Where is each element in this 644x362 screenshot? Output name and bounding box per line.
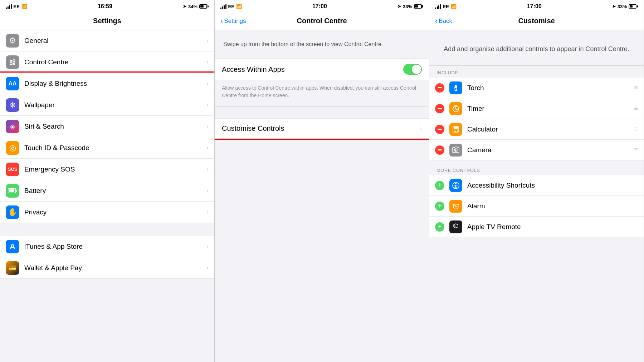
status-bar-3: EE 📶 17:00 ➤ 33% (429, 0, 644, 13)
control-row-camera[interactable]: Camera ≡ (429, 140, 644, 160)
camera-drag-handle[interactable]: ≡ (634, 146, 638, 154)
emergency-chevron: › (206, 165, 209, 173)
timer-label: Timer (467, 105, 631, 113)
wallet-icon-wrap: 💳 (6, 261, 19, 275)
alarm-add-button[interactable]: + (435, 202, 444, 211)
settings-row-control-centre[interactable]: Control Centre › (0, 51, 214, 73)
settings-nav: Settings (0, 13, 214, 30)
control-centre-icon-wrap (6, 55, 19, 69)
torch-remove-button[interactable] (435, 83, 444, 93)
customise-back-label: Back (439, 18, 452, 25)
emergency-icon-wrap: SOS (6, 163, 19, 176)
control-row-accessibility[interactable]: + Accessibility Shortcuts (429, 175, 644, 196)
status-left-3: EE 📶 (435, 4, 457, 9)
access-within-apps-toggle[interactable] (403, 64, 422, 75)
status-left-1: EE 📶 (6, 4, 27, 9)
settings-section-main: ⚙ General › Control Centre › (0, 30, 214, 223)
carrier-2: EE (228, 4, 234, 9)
battery-chevron: › (206, 187, 209, 194)
svg-point-17 (455, 131, 456, 132)
signal-bars-3 (435, 4, 441, 9)
customise-back-button[interactable]: ‹ Back (435, 17, 452, 25)
toggle-knob (412, 65, 421, 74)
settings-row-touchid[interactable]: ◎ Touch ID & Passcode › (0, 137, 214, 159)
svg-point-2 (10, 63, 12, 65)
control-row-calculator[interactable]: Calculator ≡ (429, 119, 644, 140)
torch-drag-handle[interactable]: ≡ (634, 84, 638, 91)
timer-remove-button[interactable] (435, 104, 444, 113)
status-bar-2: EE 📶 17:00 ➤ 33% (215, 0, 429, 13)
battery-icon-1 (199, 4, 209, 9)
alarm-label: Alarm (467, 202, 638, 210)
accessibility-add-button[interactable]: + (435, 181, 444, 190)
customise-panel: EE 📶 17:00 ➤ 33% ‹ Back Customise Add an… (429, 0, 644, 362)
customise-back-chevron: ‹ (435, 17, 438, 25)
wifi-icon-2: 📶 (236, 4, 242, 9)
wallet-icon: 💳 (9, 264, 16, 272)
torch-label: Torch (467, 84, 631, 92)
status-left-2: EE 📶 (220, 4, 242, 9)
cc-info-text: Swipe up from the bottom of the screen t… (215, 30, 429, 59)
settings-row-battery[interactable]: Battery › (0, 180, 214, 202)
svg-point-14 (455, 129, 456, 130)
control-row-torch[interactable]: Torch ≡ (429, 78, 644, 98)
timer-drag-handle[interactable]: ≡ (634, 105, 638, 112)
siri-icon: ◈ (10, 123, 15, 130)
settings-row-siri[interactable]: ◈ Siri & Search › (0, 116, 214, 137)
svg-point-0 (10, 60, 12, 62)
settings-row-itunes[interactable]: A iTunes & App Store › (0, 236, 214, 257)
customise-title: Customise (518, 17, 555, 25)
calculator-remove-button[interactable] (435, 125, 444, 134)
svg-point-1 (13, 60, 15, 62)
cc-nav: ‹ Settings Control Centre (215, 13, 429, 30)
touchid-icon: ◎ (9, 143, 16, 153)
settings-row-general[interactable]: ⚙ General › (0, 30, 214, 51)
control-row-alarm[interactable]: + Alarm (429, 196, 644, 217)
status-right-3: ➤ 33% (612, 4, 638, 9)
privacy-label: Privacy (24, 208, 206, 216)
touchid-icon-wrap: ◎ (6, 141, 19, 155)
calculator-label: Calculator (467, 125, 631, 133)
customise-content: Add and organise additional controls to … (429, 30, 644, 362)
customise-header: Add and organise additional controls to … (429, 30, 644, 66)
settings-row-privacy[interactable]: ✋ Privacy › (0, 202, 214, 223)
settings-row-wallet[interactable]: 💳 Wallet & Apple Pay › (0, 257, 214, 279)
battery-icon-2 (414, 4, 423, 9)
cc-customise-row[interactable]: Customise Controls › (215, 118, 429, 139)
battery-icon-3 (629, 4, 638, 9)
display-chevron: › (206, 80, 209, 87)
itunes-icon: A (10, 242, 15, 251)
svg-text:tv: tv (454, 225, 456, 227)
settings-row-wallpaper[interactable]: ❋ Wallpaper › (0, 94, 214, 116)
status-bar-1: EE 📶 16:59 ➤ 34% (0, 0, 214, 13)
cc-back-button[interactable]: ‹ Settings (220, 17, 246, 25)
calculator-drag-handle[interactable]: ≡ (634, 125, 638, 133)
cc-description: Allow access to Control Centre within ap… (215, 80, 429, 107)
status-right-1: ➤ 34% (183, 4, 209, 9)
location-icon-3: ➤ (612, 4, 616, 9)
emergency-label: Emergency SOS (24, 165, 206, 173)
appletv-label: Apple TV Remote (467, 223, 638, 231)
cc-toggle-row[interactable]: Access Within Apps (215, 59, 429, 80)
svg-point-20 (455, 149, 457, 151)
customise-nav: ‹ Back Customise (429, 13, 644, 30)
siri-label: Siri & Search (24, 123, 206, 130)
general-icon: ⚙ (9, 36, 16, 45)
svg-rect-12 (454, 127, 458, 129)
display-icon-wrap: AA (6, 77, 19, 90)
privacy-icon-wrap: ✋ (6, 205, 19, 219)
siri-chevron: › (206, 123, 209, 130)
settings-row-emergency[interactable]: SOS Emergency SOS › (0, 159, 214, 180)
wallpaper-icon-wrap: ❋ (6, 98, 19, 112)
general-label: General (24, 37, 206, 45)
control-row-timer[interactable]: Timer ≡ (429, 98, 644, 119)
camera-remove-button[interactable] (435, 145, 444, 155)
accessibility-app-icon (449, 179, 462, 192)
battery-icon-wrap (6, 184, 19, 198)
battery-pct-3: 33% (618, 4, 627, 9)
control-row-appletv[interactable]: + tv Apple TV Remote (429, 217, 644, 237)
settings-row-display[interactable]: AA Display & Brightness › (0, 73, 214, 94)
cc-toggle-section: Access Within Apps (215, 59, 429, 80)
wifi-icon-3: 📶 (451, 4, 457, 9)
appletv-add-button[interactable]: + (435, 222, 444, 232)
